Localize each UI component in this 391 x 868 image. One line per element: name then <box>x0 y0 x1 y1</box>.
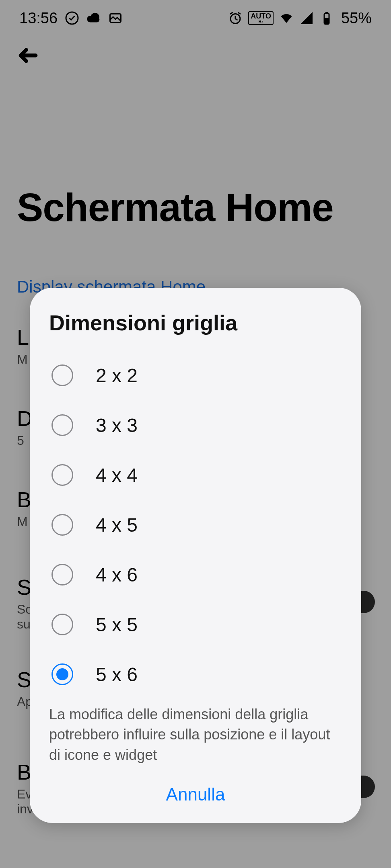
radio-icon <box>51 663 73 685</box>
grid-option[interactable]: 5 x 6 <box>47 649 344 696</box>
radio-icon <box>51 514 73 536</box>
grid-option-label: 5 x 6 <box>96 663 138 686</box>
dialog-title: Dimensioni griglia <box>47 310 344 335</box>
cancel-button[interactable]: Annulla <box>166 784 225 805</box>
dialog-options-list: 2 x 2 3 x 3 4 x 4 4 x 5 4 x 6 5 x 5 5 x … <box>47 350 344 696</box>
grid-option-label: 3 x 3 <box>96 414 138 436</box>
radio-icon <box>51 564 73 585</box>
grid-option[interactable]: 4 x 4 <box>47 450 344 500</box>
grid-option[interactable]: 4 x 5 <box>47 500 344 550</box>
grid-option-label: 4 x 6 <box>96 564 138 586</box>
grid-option-label: 4 x 4 <box>96 464 138 486</box>
radio-icon <box>51 614 73 635</box>
grid-option[interactable]: 5 x 5 <box>47 600 344 649</box>
grid-option-label: 2 x 2 <box>96 364 138 387</box>
grid-size-dialog: Dimensioni griglia 2 x 2 3 x 3 4 x 4 4 x… <box>30 288 361 823</box>
radio-icon <box>51 414 73 436</box>
dialog-hint: La modifica delle dimensioni della grigl… <box>47 696 344 765</box>
grid-option-label: 5 x 5 <box>96 614 138 636</box>
grid-option[interactable]: 4 x 6 <box>47 550 344 600</box>
grid-option[interactable]: 3 x 3 <box>47 400 344 450</box>
radio-icon <box>51 364 73 386</box>
grid-option[interactable]: 2 x 2 <box>47 350 344 400</box>
grid-option-label: 4 x 5 <box>96 514 138 536</box>
radio-icon <box>51 464 73 486</box>
